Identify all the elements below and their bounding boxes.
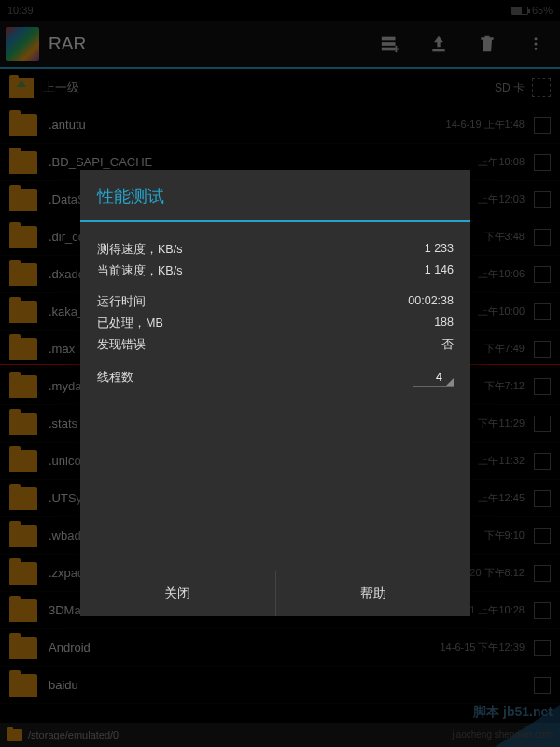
stat-measured: 测得速度，KB/s1 233 (97, 239, 454, 261)
close-button[interactable]: 关闭 (80, 571, 276, 616)
dialog-buttons: 关闭 帮助 (80, 571, 470, 616)
benchmark-dialog: 性能测试 测得速度，KB/s1 233 当前速度，KB/s1 146 运行时间0… (80, 170, 470, 616)
threads-spinner[interactable]: 4 (413, 369, 454, 387)
stat-processed: 已处理，MB188 (97, 313, 454, 334)
dialog-title: 性能测试 (80, 170, 470, 220)
stat-current: 当前速度，KB/s1 146 (97, 261, 454, 282)
stat-elapsed: 运行时间00:02:38 (97, 291, 454, 313)
help-button[interactable]: 帮助 (276, 571, 471, 616)
stat-errors: 发现错误否 (97, 334, 454, 356)
dialog-body: 测得速度，KB/s1 233 当前速度，KB/s1 146 运行时间00:02:… (80, 222, 470, 571)
stat-threads: 线程数 4 (97, 365, 454, 390)
